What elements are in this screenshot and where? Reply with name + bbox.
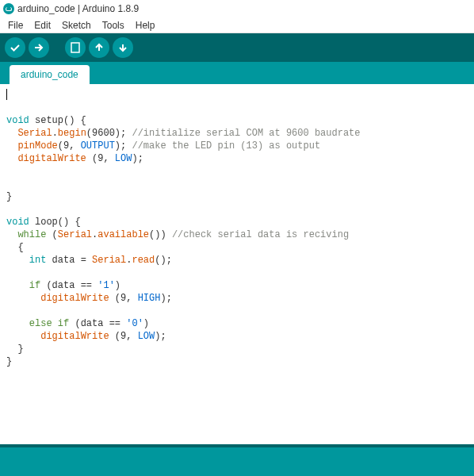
menu-sketch[interactable]: Sketch	[57, 18, 96, 33]
code-token	[6, 280, 29, 291]
code-token: digitalWrite	[17, 153, 86, 164]
window-title: arduino_code | Arduino 1.8.9	[17, 3, 139, 14]
code-token: int	[29, 255, 47, 266]
code-token: ();	[155, 255, 172, 266]
code-token: available	[97, 229, 149, 240]
code-token	[6, 140, 17, 152]
code-token	[6, 255, 29, 266]
code-token: (9,	[109, 293, 138, 304]
code-token: setup() {	[29, 115, 86, 126]
code-token: );	[155, 331, 166, 342]
code-token: }	[6, 356, 12, 367]
code-token	[6, 293, 40, 304]
code-token	[6, 229, 17, 240]
code-token: while	[17, 229, 46, 240]
code-token	[6, 318, 29, 329]
code-token: (9,	[58, 140, 81, 152]
code-token: begin	[58, 128, 86, 139]
code-token: read	[132, 255, 155, 266]
code-token: Serial	[58, 229, 92, 240]
code-token: Serial	[92, 255, 126, 266]
code-token: OUTPUT	[81, 140, 115, 152]
menu-edit[interactable]: Edit	[29, 18, 55, 33]
menu-help[interactable]: Help	[131, 18, 160, 33]
code-token: loop() {	[29, 217, 81, 228]
titlebar: arduino_code | Arduino 1.8.9	[0, 0, 474, 17]
code-token: );	[115, 140, 132, 152]
menubar: File Edit Sketch Tools Help	[0, 17, 474, 33]
code-token: (data ==	[40, 280, 97, 291]
menu-tools[interactable]: Tools	[97, 18, 129, 33]
code-token: if	[29, 280, 40, 291]
upload-button[interactable]	[29, 37, 49, 58]
code-token	[6, 128, 17, 139]
code-editor[interactable]: void setup() { Serial.begin(9600); //ini…	[0, 84, 474, 444]
code-token: HIGH	[138, 293, 161, 304]
code-token: else if	[29, 318, 69, 329]
code-token: );	[132, 153, 143, 164]
text-cursor	[6, 89, 7, 100]
code-token: {	[6, 242, 24, 253]
open-button[interactable]	[89, 37, 109, 58]
code-token: data =	[46, 255, 92, 266]
code-token: }	[6, 344, 24, 355]
code-token: LOW	[138, 331, 155, 342]
code-token: (data ==	[69, 318, 126, 329]
code-token: }	[6, 191, 12, 202]
new-file-icon	[71, 42, 80, 53]
code-token	[6, 331, 40, 342]
new-button[interactable]	[65, 37, 86, 58]
arduino-app-icon	[3, 3, 14, 14]
arrow-right-icon	[33, 42, 44, 53]
code-token: LOW	[115, 153, 132, 164]
code-token: Serial	[17, 128, 52, 139]
statusbar	[0, 444, 474, 476]
code-token: //check serial data is reciving	[172, 229, 349, 240]
code-token: digitalWrite	[40, 293, 109, 304]
code-token: ())	[149, 229, 172, 240]
arrow-up-icon	[94, 42, 105, 53]
menu-file[interactable]: File	[3, 18, 28, 33]
toolbar	[0, 33, 474, 62]
code-token	[6, 153, 17, 164]
tabbar: arduino_code	[0, 62, 474, 84]
code-token: '1'	[97, 280, 115, 291]
code-token: (9,	[109, 331, 138, 342]
code-token: )	[115, 280, 120, 291]
save-button[interactable]	[113, 37, 133, 58]
code-token: .	[52, 128, 58, 139]
code-token: digitalWrite	[40, 331, 109, 342]
code-token: '0'	[126, 318, 143, 329]
tab-sketch[interactable]: arduino_code	[10, 65, 90, 84]
check-icon	[10, 42, 21, 53]
verify-button[interactable]	[5, 37, 25, 58]
code-token: pinMode	[17, 140, 57, 152]
code-token: //make the LED pin (13) as output	[132, 140, 320, 152]
code-token: //initialize serial COM at 9600 baudrate	[132, 128, 360, 139]
code-token: (9600);	[86, 128, 132, 139]
code-token: )	[143, 318, 149, 329]
code-token: (	[46, 229, 57, 240]
code-token: void	[6, 115, 29, 126]
svg-rect-0	[71, 43, 79, 52]
code-token: (9,	[86, 153, 115, 164]
code-token: void	[6, 217, 29, 228]
code-token: );	[160, 293, 171, 304]
arrow-down-icon	[117, 42, 128, 53]
